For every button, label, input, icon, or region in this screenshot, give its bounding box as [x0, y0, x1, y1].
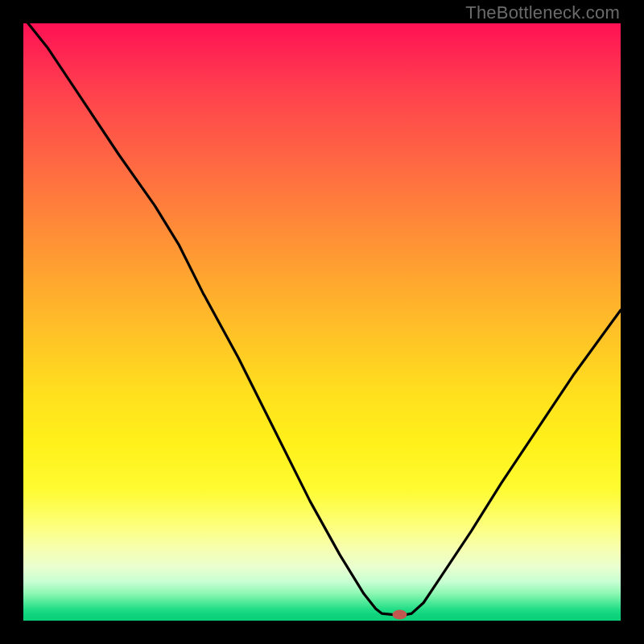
minimum-marker [392, 610, 407, 620]
plot-area [23, 23, 621, 621]
bottleneck-curve [23, 23, 621, 615]
curve-svg [23, 23, 621, 621]
watermark-text: TheBottleneck.com [465, 2, 620, 23]
chart-frame: TheBottleneck.com [0, 0, 644, 644]
